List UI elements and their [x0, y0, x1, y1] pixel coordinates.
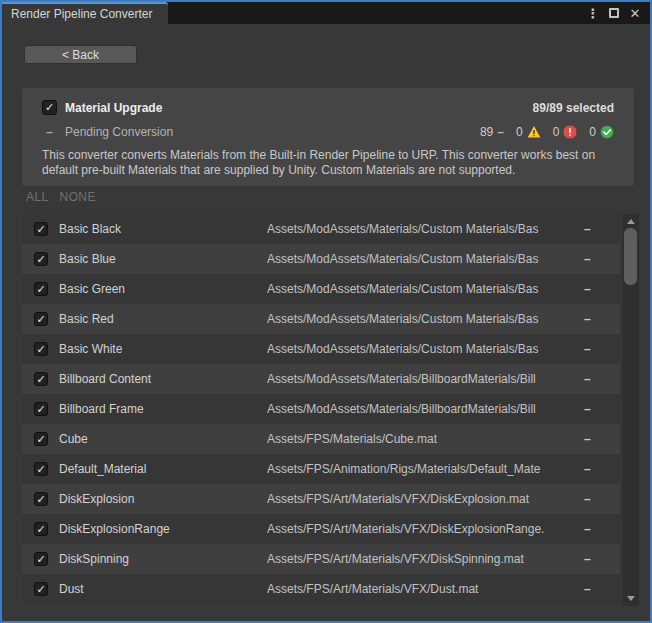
- row-status-dash-icon: –: [580, 432, 610, 446]
- row-checkbox[interactable]: ✓: [34, 252, 48, 266]
- material-path: Assets/ModAssets/Materials/BillboardMate…: [267, 372, 580, 386]
- pending-count: 89: [480, 125, 493, 139]
- converter-card: ✓ Material Upgrade 89/89 selected – Pend…: [22, 88, 634, 186]
- maximize-box-icon: [609, 8, 619, 18]
- table-row[interactable]: ✓ Billboard Frame Assets/ModAssets/Mater…: [22, 394, 620, 424]
- error-icon: [563, 125, 577, 139]
- warning-count-group: 0: [516, 125, 541, 139]
- row-status-dash-icon: –: [580, 522, 610, 536]
- converter-header-row: ✓ Material Upgrade 89/89 selected: [42, 97, 614, 118]
- row-checkbox[interactable]: ✓: [34, 222, 48, 236]
- material-name: Basic Red: [59, 312, 267, 326]
- row-status-dash-icon: –: [580, 552, 610, 566]
- row-status-dash-icon: –: [580, 342, 610, 356]
- table-row[interactable]: ✓ Basic Green Assets/ModAssets/Materials…: [22, 274, 620, 304]
- selected-count: 89/89 selected: [533, 101, 614, 115]
- material-name: Basic White: [59, 342, 267, 356]
- checkmark-icon: ✓: [36, 374, 45, 385]
- material-name: Cube: [59, 432, 267, 446]
- row-checkbox[interactable]: ✓: [34, 402, 48, 416]
- warning-icon: [527, 125, 541, 139]
- table-row[interactable]: ✓ Cube Assets/FPS/Materials/Cube.mat –: [22, 424, 620, 454]
- material-path: Assets/ModAssets/Materials/BillboardMate…: [267, 402, 580, 416]
- material-name: Basic Green: [59, 282, 267, 296]
- material-name: Billboard Frame: [59, 402, 267, 416]
- checkmark-icon: ✓: [36, 524, 45, 535]
- row-checkbox[interactable]: ✓: [34, 432, 48, 446]
- scrollbar[interactable]: [622, 214, 639, 606]
- checkmark-icon: ✓: [36, 434, 45, 445]
- window-title: Render Pipeline Converter: [11, 7, 152, 21]
- row-status-dash-icon: –: [580, 402, 610, 416]
- select-none-button[interactable]: NONE: [60, 190, 96, 204]
- material-path: Assets/ModAssets/Materials/Custom Materi…: [267, 252, 580, 266]
- material-path: Assets/FPS/Animation/Rigs/Materials/Defa…: [267, 462, 580, 476]
- checkmark-icon: ✓: [36, 344, 45, 355]
- scroll-up-icon[interactable]: [627, 219, 635, 224]
- material-path: Assets/ModAssets/Materials/Custom Materi…: [267, 222, 580, 236]
- pending-conversion-row: – Pending Conversion 89 – 0: [42, 121, 614, 142]
- materials-list: ✓ Basic Black Assets/ModAssets/Materials…: [22, 214, 620, 604]
- row-status-dash-icon: –: [580, 492, 610, 506]
- warning-count: 0: [516, 125, 523, 139]
- table-row[interactable]: ✓ Basic Red Assets/ModAssets/Materials/C…: [22, 304, 620, 334]
- success-count-group: 0: [589, 125, 614, 139]
- row-checkbox[interactable]: ✓: [34, 582, 48, 596]
- titlebar: Render Pipeline Converter ⋮ ✕: [2, 2, 650, 24]
- table-row[interactable]: ✓ Basic Black Assets/ModAssets/Materials…: [22, 214, 620, 244]
- success-count: 0: [589, 125, 596, 139]
- material-path: Assets/ModAssets/Materials/Custom Materi…: [267, 312, 580, 326]
- checkmark-icon: ✓: [36, 584, 45, 595]
- table-row[interactable]: ✓ Default_Material Assets/FPS/Animation/…: [22, 454, 620, 484]
- scroll-down-icon[interactable]: [627, 596, 635, 601]
- material-path: Assets/ModAssets/Materials/Custom Materi…: [267, 282, 580, 296]
- material-path: Assets/FPS/Art/Materials/VFX/Dust.mat: [267, 582, 580, 596]
- table-row[interactable]: ✓ Dust Assets/FPS/Art/Materials/VFX/Dust…: [22, 574, 620, 604]
- material-upgrade-checkbox[interactable]: ✓: [42, 100, 57, 115]
- table-row[interactable]: ✓ DiskExplosionRange Assets/FPS/Art/Mate…: [22, 514, 620, 544]
- table-row[interactable]: ✓ Basic White Assets/ModAssets/Materials…: [22, 334, 620, 364]
- row-checkbox[interactable]: ✓: [34, 312, 48, 326]
- converter-title: Material Upgrade: [65, 101, 162, 115]
- row-checkbox[interactable]: ✓: [34, 372, 48, 386]
- table-row[interactable]: ✓ DiskExplosion Assets/FPS/Art/Materials…: [22, 484, 620, 514]
- tab-render-pipeline-converter[interactable]: Render Pipeline Converter: [2, 2, 168, 24]
- table-row[interactable]: ✓ Billboard Content Assets/ModAssets/Mat…: [22, 364, 620, 394]
- select-all-button[interactable]: ALL: [26, 190, 49, 204]
- row-status-dash-icon: –: [580, 582, 610, 596]
- row-checkbox[interactable]: ✓: [34, 492, 48, 506]
- row-checkbox[interactable]: ✓: [34, 342, 48, 356]
- row-status-dash-icon: –: [580, 222, 610, 236]
- scrollbar-thumb[interactable]: [624, 228, 637, 285]
- close-icon[interactable]: ✕: [628, 5, 642, 21]
- table-row[interactable]: ✓ Basic Blue Assets/ModAssets/Materials/…: [22, 244, 620, 274]
- row-checkbox[interactable]: ✓: [34, 522, 48, 536]
- error-count-group: 0: [553, 125, 578, 139]
- maximize-icon[interactable]: [607, 5, 621, 21]
- row-status-dash-icon: –: [580, 372, 610, 386]
- row-status-dash-icon: –: [580, 282, 610, 296]
- material-path: Assets/FPS/Art/Materials/VFX/DiskExplosi…: [267, 492, 580, 506]
- collapse-dash-icon[interactable]: –: [42, 125, 57, 139]
- table-row[interactable]: ✓ DiskSpinning Assets/FPS/Art/Materials/…: [22, 544, 620, 574]
- pending-conversion-label: Pending Conversion: [65, 125, 173, 139]
- converter-description: This converter converts Materials from t…: [42, 148, 614, 178]
- checkmark-icon: ✓: [36, 284, 45, 295]
- row-checkbox[interactable]: ✓: [34, 462, 48, 476]
- back-button[interactable]: < Back: [24, 45, 137, 64]
- window-controls: ⋮ ✕: [586, 2, 650, 24]
- pending-count-group: 89 –: [480, 125, 504, 139]
- window-content: < Back ✓ Material Upgrade 89/89 selected…: [2, 24, 650, 621]
- error-count: 0: [553, 125, 560, 139]
- checkmark-icon: ✓: [36, 314, 45, 325]
- window-menu-icon[interactable]: ⋮: [586, 5, 600, 21]
- pending-status: 89 – 0 0: [480, 125, 614, 139]
- row-status-dash-icon: –: [580, 252, 610, 266]
- row-checkbox[interactable]: ✓: [34, 282, 48, 296]
- row-checkbox[interactable]: ✓: [34, 552, 48, 566]
- checkmark-icon: ✓: [36, 554, 45, 565]
- material-path: Assets/FPS/Art/Materials/VFX/DiskSpinnin…: [267, 552, 580, 566]
- checkmark-icon: ✓: [36, 404, 45, 415]
- checkmark-icon: ✓: [36, 224, 45, 235]
- list-selection-header: ALL NONE: [26, 190, 96, 204]
